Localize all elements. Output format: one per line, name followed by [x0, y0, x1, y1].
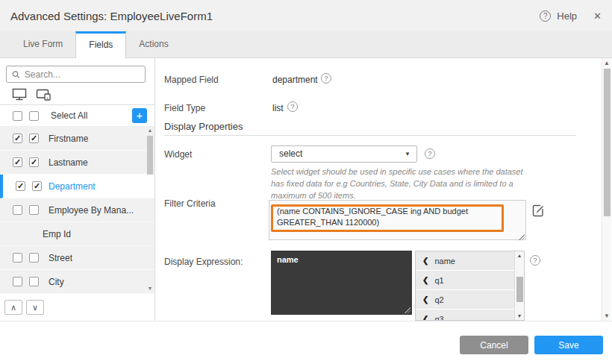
scroll-down-icon[interactable]: ▼ — [146, 285, 154, 292]
display-properties-heading: Display Properties — [164, 121, 243, 132]
field-row-lastname[interactable]: Lastname — [0, 151, 154, 175]
scroll-up-icon[interactable]: ▲ — [146, 127, 154, 134]
move-down-button[interactable]: ∨ — [26, 300, 44, 315]
field-row-street[interactable]: Street — [0, 246, 154, 270]
expression-item-label: q2 — [434, 295, 443, 304]
cancel-button[interactable]: Cancel — [460, 336, 528, 354]
filter-criteria-textarea[interactable]: (name CONTAINS_IGNORE_CASE ing AND budge… — [269, 200, 526, 240]
tab-fields[interactable]: Fields — [75, 31, 126, 58]
dialog-footer: Cancel Save — [0, 321, 612, 364]
scrollbar-thumb[interactable] — [604, 69, 611, 216]
mobile-checkbox[interactable] — [29, 205, 39, 215]
display-expression-editor[interactable]: name — [271, 251, 412, 315]
search-icon — [12, 70, 20, 79]
field-type-value: list — [272, 103, 284, 113]
field-label: Department — [49, 181, 96, 192]
mobile-icon — [36, 88, 52, 101]
field-label: Firstname — [49, 134, 88, 144]
field-type-help-icon[interactable]: ? — [287, 101, 298, 112]
field-row-firstname[interactable]: Firstname — [0, 127, 154, 151]
advanced-settings-dialog: Advanced Settings: EmployeeLiveForm1 ? H… — [0, 0, 612, 364]
chevron-left-icon: ❮ — [422, 276, 428, 284]
section-divider — [164, 135, 576, 136]
field-row-city[interactable]: City — [0, 270, 154, 294]
field-row-department[interactable]: Department — [0, 175, 154, 198]
move-up-button[interactable]: ∧ — [4, 300, 22, 315]
field-list: Firstname Lastname Department Employee B… — [0, 127, 154, 294]
display-expression-label: Display Expression: — [164, 257, 243, 267]
web-checkbox[interactable] — [16, 181, 25, 191]
tab-actions[interactable]: Actions — [126, 31, 181, 57]
save-button[interactable]: Save — [534, 336, 603, 354]
chevron-down-icon: ▼ — [405, 146, 410, 162]
field-row-employee-by-manager[interactable]: Employee By Mana... — [0, 198, 154, 222]
mobile-checkbox[interactable] — [29, 277, 39, 286]
main-scrollbar[interactable]: ▲ ▼ — [602, 58, 611, 321]
tab-bar: Live Form Fields Actions — [0, 31, 612, 58]
chevron-left-icon: ❮ — [422, 257, 428, 265]
expression-item-q1[interactable]: ❮ q1 — [416, 271, 515, 290]
widget-description: Select widget should be used in specific… — [271, 166, 537, 202]
add-field-button[interactable]: + — [132, 108, 147, 123]
desktop-icon — [12, 88, 28, 101]
mapped-field-label: Mapped Field — [164, 75, 219, 85]
web-checkbox[interactable] — [13, 253, 22, 263]
fields-sidebar: Select All + Firstname Lastname Depa — [0, 58, 155, 321]
edit-expression-icon[interactable] — [532, 204, 545, 217]
help-icon[interactable]: ? — [540, 10, 551, 22]
dialog-title: Advanced Settings: EmployeeLiveForm1 — [10, 10, 213, 22]
search-input[interactable] — [25, 69, 140, 80]
field-label: Emp Id — [43, 229, 71, 239]
tab-live-form[interactable]: Live Form — [10, 31, 75, 57]
widget-label: Widget — [164, 149, 192, 160]
dialog-titlebar: Advanced Settings: EmployeeLiveForm1 ? H… — [0, 0, 612, 31]
help-link[interactable]: Help — [557, 10, 577, 22]
close-icon[interactable]: ✕ — [593, 10, 602, 22]
field-row-emp-id[interactable]: Emp Id — [0, 222, 154, 246]
mapped-field-help-icon[interactable]: ? — [321, 73, 331, 84]
widget-select-value: select — [279, 148, 302, 159]
web-checkbox[interactable] — [13, 134, 22, 143]
mapped-field-value: department — [272, 75, 318, 85]
field-properties-panel: Mapped Field department ? Field Type lis… — [155, 58, 602, 321]
mobile-checkbox[interactable] — [32, 181, 42, 191]
display-expression-help-icon[interactable]: ? — [530, 255, 540, 266]
sidebar-scrollbar[interactable]: ▲ ▼ — [146, 127, 154, 292]
select-all-web-checkbox[interactable] — [13, 111, 22, 121]
widget-help-icon[interactable]: ? — [425, 148, 435, 159]
select-all-row[interactable]: Select All + — [0, 105, 154, 127]
device-column-icons — [12, 88, 52, 101]
scrollbar-thumb[interactable] — [516, 277, 523, 302]
mobile-checkbox[interactable] — [29, 253, 39, 263]
reorder-buttons: ∧ ∨ — [4, 300, 44, 315]
scroll-up-icon[interactable]: ▲ — [515, 253, 524, 258]
field-label: City — [49, 277, 64, 287]
search-box[interactable] — [6, 66, 146, 83]
scroll-down-icon[interactable]: ▼ — [602, 313, 611, 319]
chevron-left-icon: ❮ — [422, 315, 428, 321]
web-checkbox[interactable] — [13, 205, 22, 215]
field-label: Street — [49, 253, 72, 263]
chevron-left-icon: ❮ — [422, 295, 428, 304]
expression-item-q3[interactable]: ❮ q3 — [416, 310, 515, 321]
select-all-mobile-checkbox[interactable] — [29, 111, 39, 121]
resize-handle-icon[interactable] — [519, 234, 525, 240]
dialog-body: Select All + Firstname Lastname Depa — [0, 58, 612, 321]
expression-item-label: name — [434, 257, 455, 266]
expression-item-label: q1 — [434, 276, 443, 285]
expression-field-list: ❮ name ❮ q1 ❮ q2 ❮ q3 — [415, 251, 525, 321]
expression-item-name[interactable]: ❮ name — [416, 251, 515, 271]
expression-code: name — [277, 255, 299, 264]
mobile-checkbox[interactable] — [29, 157, 39, 167]
widget-select[interactable]: select ▼ — [271, 145, 417, 163]
mobile-checkbox[interactable] — [29, 134, 39, 143]
web-checkbox[interactable] — [13, 157, 22, 167]
scroll-down-icon[interactable]: ▼ — [515, 313, 524, 318]
resize-handle-icon[interactable] — [405, 307, 410, 313]
scrollbar-thumb[interactable] — [147, 136, 153, 175]
expression-item-q2[interactable]: ❮ q2 — [416, 290, 515, 310]
scroll-up-icon[interactable]: ▲ — [602, 60, 611, 66]
web-checkbox[interactable] — [13, 277, 22, 286]
field-label: Lastname — [49, 157, 88, 168]
expression-list-scrollbar[interactable]: ▲ ▼ — [514, 251, 524, 320]
